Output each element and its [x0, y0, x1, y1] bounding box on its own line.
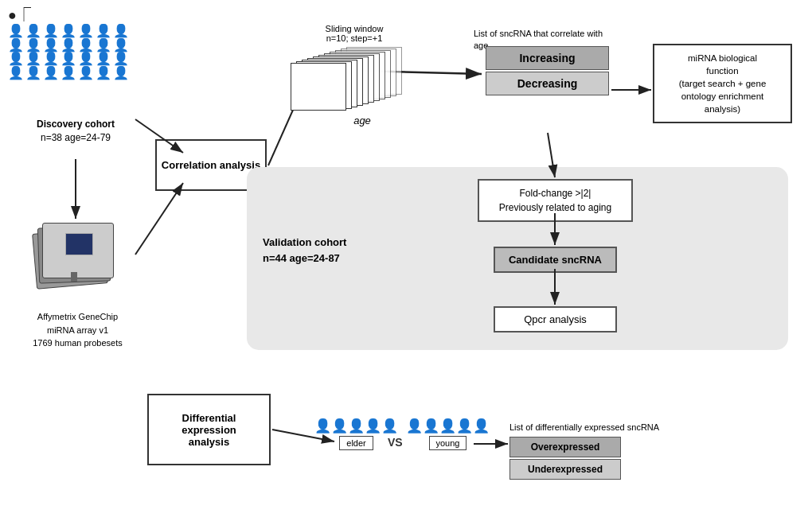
expr-container: List of differentially expressed sncRNA …	[509, 422, 659, 480]
expr-header: List of differentially expressed sncRNA	[509, 422, 659, 434]
increasing-box: Increasing	[486, 46, 609, 70]
young-persons: 👤👤👤👤👤	[406, 418, 490, 434]
decreasing-box: Decreasing	[486, 72, 609, 95]
vs-label: VS	[388, 436, 403, 449]
validation-label: Validation cohort n=44 age=24-87	[263, 235, 346, 266]
sliding-window-label: Sliding window n=10; step=+1	[275, 24, 434, 43]
sliding-window-area: Sliding window n=10; step=+1 age	[275, 24, 434, 111]
elder-label: elder	[339, 436, 373, 450]
chip-image	[12, 219, 135, 306]
mirna-function-box: miRNA biological function (target search…	[653, 44, 792, 123]
discovery-label: Discovery cohort n=38 age=24-79	[8, 118, 143, 145]
increasing-decreasing-container: Increasing Decreasing	[486, 46, 609, 95]
elder-persons: 👤👤👤👤👤	[314, 418, 398, 434]
young-label: young	[429, 436, 467, 450]
young-group: 👤👤👤👤👤 young	[406, 418, 490, 450]
overexpressed-box: Overexpressed	[509, 437, 621, 457]
age-axis-label: age	[353, 115, 371, 126]
qpcr-box: Qpcr analysis	[494, 306, 617, 332]
person-icon: ●⎾	[8, 8, 31, 22]
sliding-window-pages: age	[291, 47, 434, 111]
diagram-container: ●⎾ 👤👤👤👤👤👤👤 👤👤👤👤👤👤👤 👤👤👤👤👤👤👤 👤👤👤👤👤👤👤 Disco…	[0, 0, 812, 525]
discovery-cohort-persons: ●⎾ 👤👤👤👤👤👤👤 👤👤👤👤👤👤👤 👤👤👤👤👤👤👤 👤👤👤👤👤👤👤	[8, 8, 143, 111]
fold-change-box: Fold-change >|2| Previously related to a…	[478, 179, 633, 222]
chip-label: Affymetrix GeneChip miRNA array v1 1769 …	[8, 310, 147, 350]
candidate-sncrna-box: Candidate sncRNA	[494, 247, 617, 273]
differential-expression-box: Differential expression analysis	[147, 394, 271, 465]
elder-group: 👤👤👤👤👤 elder	[314, 418, 398, 450]
svg-line-4	[135, 183, 183, 255]
underexpressed-box: Underexpressed	[509, 459, 621, 480]
